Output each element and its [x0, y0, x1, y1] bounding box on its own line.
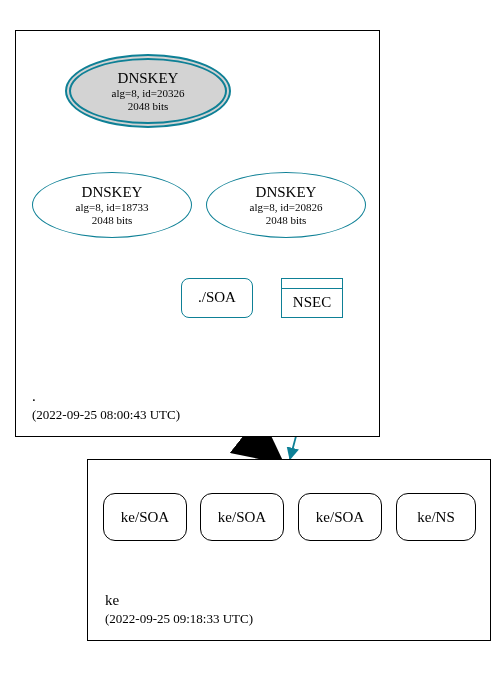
record-ke-ns-label: ke/NS [417, 509, 455, 526]
nsec-label: NSEC [293, 294, 331, 311]
record-ke-soa-3-label: ke/SOA [316, 509, 364, 526]
dnskey-zsk-a-sub2: 2048 bits [92, 214, 133, 227]
nsec-inner: NSEC [282, 288, 342, 317]
diagram-canvas: DNSKEY alg=8, id=20326 2048 bits DNSKEY … [0, 0, 504, 681]
edge-zone-delegation [250, 437, 278, 459]
record-ke-soa-1: ke/SOA [103, 493, 187, 541]
dnskey-zsk-b-title: DNSKEY [256, 184, 317, 201]
dnskey-ksk-node: DNSKEY alg=8, id=20326 2048 bits [65, 54, 231, 128]
root-soa-node: ./SOA [181, 278, 253, 318]
dnskey-zsk-a-sub1: alg=8, id=18733 [76, 201, 149, 214]
record-ke-soa-2: ke/SOA [200, 493, 284, 541]
zone-ke-label: ke [105, 592, 119, 609]
dnskey-zsk-a-title: DNSKEY [82, 184, 143, 201]
dnskey-zsk-b-sub1: alg=8, id=20826 [250, 201, 323, 214]
record-ke-soa-1-label: ke/SOA [121, 509, 169, 526]
dnskey-zsk-b-sub2: 2048 bits [266, 214, 307, 227]
record-ke-soa-3: ke/SOA [298, 493, 382, 541]
zone-root-timestamp: (2022-09-25 08:00:43 UTC) [32, 407, 180, 423]
root-soa-label: ./SOA [198, 289, 236, 306]
zone-root-label: . [32, 388, 36, 405]
dnskey-ksk-inner: DNSKEY alg=8, id=20326 2048 bits [69, 58, 227, 124]
record-ke-soa-2-label: ke/SOA [218, 509, 266, 526]
zone-ke-timestamp: (2022-09-25 09:18:33 UTC) [105, 611, 253, 627]
dnskey-zsk-a-node: DNSKEY alg=8, id=18733 2048 bits [32, 172, 192, 238]
dnskey-zsk-b-node: DNSKEY alg=8, id=20826 2048 bits [206, 172, 366, 238]
dnskey-ksk-sub2: 2048 bits [128, 100, 169, 113]
record-ke-ns: ke/NS [396, 493, 476, 541]
dnskey-ksk-title: DNSKEY [118, 70, 179, 87]
dnskey-ksk-sub1: alg=8, id=20326 [112, 87, 185, 100]
nsec-node: NSEC [281, 278, 343, 318]
